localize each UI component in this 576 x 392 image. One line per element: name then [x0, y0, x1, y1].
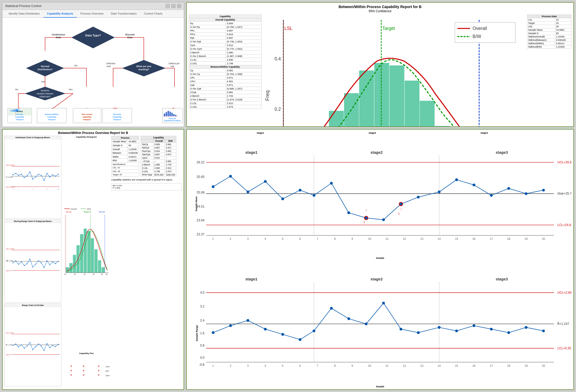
svg-point-179 [35, 346, 36, 347]
overview-main: Individuals Chart of Subgroup Means UCL=… [4, 136, 182, 386]
svg-point-162 [52, 262, 53, 262]
overview-report: Between/Within Process Overview Report f… [2, 129, 184, 390]
tab-control-charts[interactable]: Control Charts [140, 10, 166, 18]
svg-point-321 [399, 327, 402, 330]
svg-point-250 [299, 189, 302, 192]
svg-text:26.22: 26.22 [197, 160, 204, 164]
svg-text:11: 11 [385, 364, 389, 367]
minimize-button[interactable]: − [166, 4, 170, 8]
svg-text:Target: Target [382, 26, 395, 31]
svg-text:+: + [82, 364, 85, 368]
spc-window: Statistical Process Control − □ × Identi… [2, 2, 184, 127]
svg-text:UCL=3.249: UCL=3.249 [6, 248, 14, 250]
svg-point-127 [32, 179, 33, 179]
svg-point-136 [58, 174, 59, 175]
tab-bar: Identify Data Distribution Capability An… [2, 10, 184, 18]
sample-mean-chart-container: stage1 stage2 stage3 Sample Mean stage1 … [189, 132, 571, 259]
svg-point-171 [12, 345, 13, 346]
cap-plot-title: Capability Plot [63, 352, 110, 355]
svg-point-269 [525, 192, 528, 195]
svg-text:Capability: Capability [82, 116, 91, 118]
overview-title: Between/Within Process Overview Report f… [4, 131, 182, 135]
svg-point-156 [35, 264, 36, 265]
svg-point-312 [247, 319, 249, 322]
svg-text:unit: unit [171, 65, 174, 68]
svg-point-133 [49, 177, 50, 177]
svg-rect-203 [73, 255, 76, 273]
svg-text:What are you: What are you [136, 65, 151, 68]
svg-point-124 [24, 177, 25, 178]
svg-point-176 [27, 345, 28, 346]
svg-point-186 [55, 346, 56, 347]
svg-rect-96 [404, 80, 419, 127]
svg-text:1: 1 [12, 189, 13, 190]
svg-point-132 [47, 173, 47, 174]
svg-text:17: 17 [490, 364, 493, 367]
svg-point-163 [55, 263, 56, 264]
maximize-button[interactable]: □ [171, 4, 176, 8]
svg-rect-210 [98, 260, 101, 273]
svg-text:20: 20 [542, 237, 545, 240]
range-svg: LCL=2.704 R̄=1.185 UCL=0 [4, 307, 61, 381]
svg-text:+: + [70, 364, 72, 368]
svg-text:No: No [74, 64, 77, 67]
overview-cap-note: Capability statistics are computed with … [111, 178, 182, 181]
tab-identify[interactable]: Identify Data Distribution [5, 10, 43, 18]
tab-transformation[interactable]: Data Transformation [107, 10, 140, 18]
histogram-title: Capability Histogram [63, 136, 110, 138]
svg-point-151 [21, 262, 22, 262]
svg-point-149 [15, 260, 16, 261]
svg-point-159 [44, 267, 44, 268]
sample-range-chart-container: Sample Range stage1 stage2 stage3 UCL=2.… [189, 260, 571, 388]
svg-point-177 [29, 342, 30, 343]
svg-point-326 [490, 327, 493, 330]
window-controls: − □ × [166, 4, 181, 8]
svg-text:units: units [106, 65, 111, 68]
svg-text:Capability: Capability [47, 116, 56, 118]
svg-point-181 [41, 345, 42, 346]
svg-text:23.94: 23.94 [197, 219, 204, 222]
process-data-table: Process Data LSL22 Target25 USL28 Sample… [527, 15, 571, 127]
svg-text:3.2: 3.2 [200, 305, 204, 308]
svg-point-148 [12, 262, 13, 263]
svg-text:+: + [82, 372, 85, 377]
svg-text:Overall: Overall [71, 208, 77, 210]
svg-text:10: 10 [368, 364, 371, 367]
svg-text:Capability Analysis: Capability Analysis [164, 120, 181, 122]
svg-point-322 [417, 331, 420, 334]
svg-text:LCL=22.324: LCL=22.324 [6, 186, 14, 188]
svg-point-260 [399, 203, 402, 205]
svg-text:9: 9 [33, 189, 33, 190]
tab-capability[interactable]: Capability Analysis [43, 10, 77, 18]
svg-point-249 [281, 197, 284, 200]
svg-text:1: 1 [363, 221, 365, 224]
svg-point-253 [347, 211, 350, 214]
close-button[interactable]: × [177, 4, 181, 8]
svg-text:+: + [70, 372, 72, 377]
svg-point-173 [18, 346, 19, 347]
svg-text:Capability: Capability [113, 116, 121, 118]
svg-text:15: 15 [455, 364, 458, 367]
individuals-chart: Individuals Chart of Subgroup Means UCL=… [4, 136, 61, 219]
svg-point-329 [542, 329, 545, 332]
svg-point-130 [41, 175, 42, 176]
svg-text:23.37: 23.37 [197, 233, 204, 236]
svg-text:15: 15 [455, 237, 458, 240]
svg-text:Overall: Overall [473, 26, 487, 31]
svg-text:Poisson: Poisson [169, 118, 176, 120]
svg-rect-91 [329, 111, 344, 127]
svg-rect-209 [94, 249, 98, 273]
svg-point-248 [264, 180, 267, 183]
svg-text:2: 2 [230, 237, 231, 240]
svg-text:10: 10 [368, 237, 371, 240]
svg-rect-95 [389, 65, 404, 127]
svg-text:13: 13 [420, 364, 423, 367]
svg-text:stage2: stage2 [371, 150, 383, 155]
tab-overview[interactable]: Process Overview [77, 10, 107, 18]
svg-text:+: + [98, 368, 100, 372]
svg-rect-64 [164, 114, 165, 116]
svg-text:Normal: Normal [16, 113, 23, 115]
svg-text:+: + [98, 372, 100, 377]
svg-text:28: 28 [106, 273, 108, 275]
report-title: Between/Within Process Capability Report… [189, 5, 571, 9]
